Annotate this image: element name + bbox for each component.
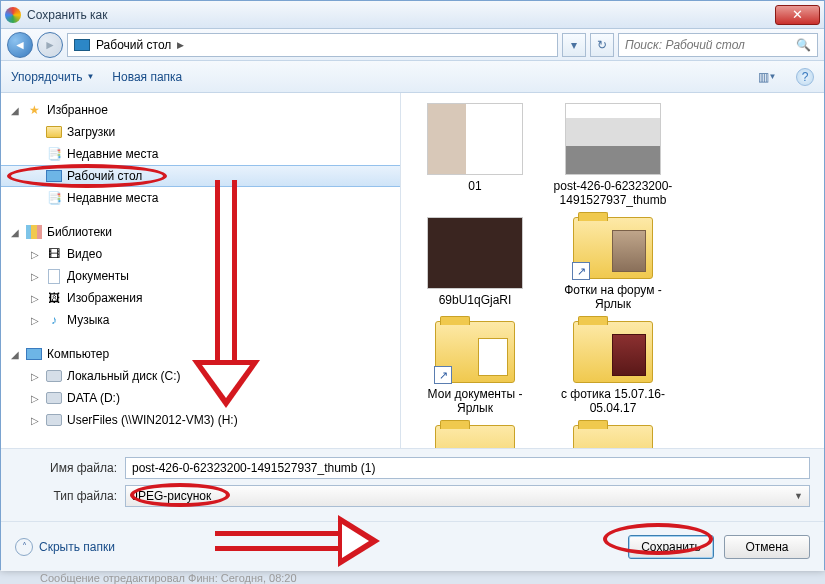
tree-images[interactable]: ▷🖼Изображения [1,287,400,309]
tree-data-d[interactable]: ▷DATA (D:) [1,387,400,409]
forward-button[interactable]: ► [37,32,63,58]
help-button[interactable]: ? [796,68,814,86]
filename-panel: Имя файла: Тип файла: JPEG-рисунок▼ [1,448,824,521]
filename-input-wrap[interactable] [125,457,810,479]
nav-bar: ◄ ► Рабочий стол ▶ ▾ ↻ 🔍 [1,29,824,61]
path-arrow-icon[interactable]: ▶ [177,40,184,50]
folder-icon: ↗ [435,321,515,383]
folder-item[interactable] [549,425,677,448]
footer: ˄Скрыть папки Сохранить Отмена [1,521,824,571]
tree-documents[interactable]: ▷Документы [1,265,400,287]
search-input[interactable] [625,38,796,52]
desktop-icon [74,39,90,51]
file-list: 01 post-426-0-62323200-1491527937_thumb … [401,93,824,448]
folder-icon [435,425,515,448]
tree-recent-places-2[interactable]: 📑Недавние места [1,187,400,209]
path-segment[interactable]: Рабочий стол [96,38,171,52]
organize-button[interactable]: Упорядочить▼ [11,70,94,84]
search-box[interactable]: 🔍 [618,33,818,57]
chrome-icon [5,7,21,23]
tree-downloads[interactable]: Загрузки [1,121,400,143]
filetype-select[interactable]: JPEG-рисунок▼ [125,485,810,507]
thumbnail [427,103,523,175]
filename-label: Имя файла: [15,461,125,475]
chevron-down-icon: ▼ [794,491,803,501]
refresh-button[interactable]: ↻ [590,33,614,57]
tree-local-disk-c[interactable]: ▷Локальный диск (C:) [1,365,400,387]
toolbar: Упорядочить▼ Новая папка ▥ ▼ ? [1,61,824,93]
folder-icon [573,425,653,448]
search-icon: 🔍 [796,38,811,52]
new-folder-button[interactable]: Новая папка [112,70,182,84]
thumbnail [565,103,661,175]
tree-favorites[interactable]: ◢★Избранное [1,99,400,121]
folder-icon: ↗ [573,217,653,279]
save-button[interactable]: Сохранить [628,535,714,559]
tree-music[interactable]: ▷♪Музыка [1,309,400,331]
shortcut-icon: ↗ [572,262,590,280]
tree-desktop[interactable]: Рабочий стол [1,165,400,187]
view-button[interactable]: ▥ ▼ [756,67,778,87]
back-button[interactable]: ◄ [7,32,33,58]
window-title: Сохранить как [27,8,775,22]
save-as-dialog: Сохранить как ✕ ◄ ► Рабочий стол ▶ ▾ ↻ 🔍… [0,0,825,570]
close-button[interactable]: ✕ [775,5,820,25]
folder-shortcut[interactable]: ↗Мои документы - Ярлык [411,321,539,415]
file-item[interactable]: 69bU1qGjaRI [411,217,539,311]
tree-userfiles-h[interactable]: ▷UserFiles (\\WIN2012-VM3) (H:) [1,409,400,431]
thumbnail [427,217,523,289]
tree-video[interactable]: ▷🎞Видео [1,243,400,265]
status-text: Сообщение отредактировал Финн: Сегодня, … [40,572,297,584]
hide-folders-button[interactable]: ˄Скрыть папки [15,538,115,556]
file-item[interactable]: 01 [411,103,539,207]
folder-icon [573,321,653,383]
address-bar[interactable]: Рабочий стол ▶ [67,33,558,57]
folder-item[interactable]: с фотика 15.07.16-05.04.17 [549,321,677,415]
filetype-label: Тип файла: [15,489,125,503]
tree-computer[interactable]: ◢Компьютер [1,343,400,365]
folder-item[interactable] [411,425,539,448]
shortcut-icon: ↗ [434,366,452,384]
tree-recent-places[interactable]: 📑Недавние места [1,143,400,165]
cancel-button[interactable]: Отмена [724,535,810,559]
tree-libraries[interactable]: ◢Библиотеки [1,221,400,243]
folder-shortcut[interactable]: ↗Фотки на форум - Ярлык [549,217,677,311]
chevron-up-icon: ˄ [15,538,33,556]
filename-input[interactable] [132,461,803,475]
titlebar: Сохранить как ✕ [1,1,824,29]
prev-locations-button[interactable]: ▾ [562,33,586,57]
nav-tree: ◢★Избранное Загрузки 📑Недавние места Раб… [1,93,401,448]
file-item[interactable]: post-426-0-62323200-1491527937_thumb [549,103,677,207]
